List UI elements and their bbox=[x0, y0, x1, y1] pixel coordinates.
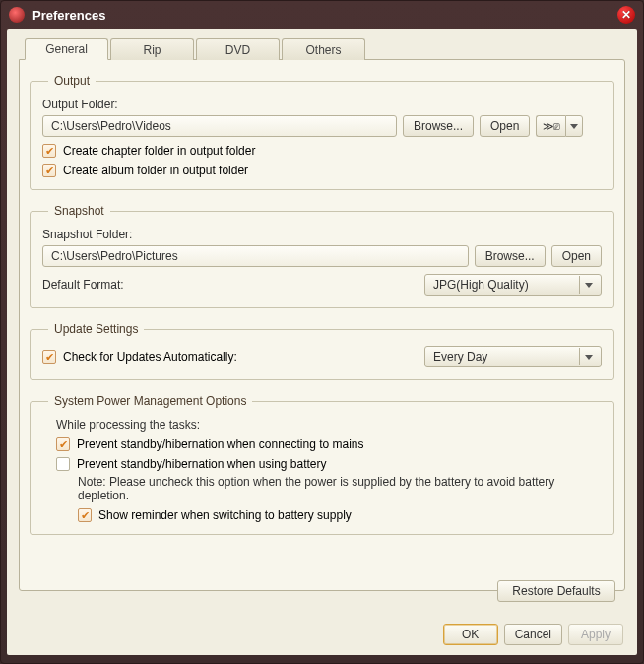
chk-prevent-standby-mains[interactable]: ✔ bbox=[56, 437, 70, 451]
app-icon bbox=[9, 7, 25, 23]
chevron-down-icon bbox=[585, 355, 593, 360]
output-legend: Output bbox=[48, 74, 96, 88]
tab-general[interactable]: General bbox=[25, 38, 108, 60]
dialog-footer: OK Cancel Apply bbox=[443, 624, 623, 645]
tab-rip[interactable]: Rip bbox=[110, 38, 194, 60]
group-update: Update Settings ✔ Check for Updates Auto… bbox=[30, 322, 614, 380]
close-icon[interactable]: ✕ bbox=[617, 6, 635, 24]
default-format-select[interactable]: JPG(High Quality) bbox=[424, 274, 602, 296]
chevron-down-icon bbox=[570, 124, 578, 129]
restore-defaults-button[interactable]: Restore Defaults bbox=[497, 580, 615, 602]
tab-panel-general: Output Output Folder: Browse... Open ≫⎚ bbox=[19, 59, 625, 591]
default-format-value: JPG(High Quality) bbox=[433, 278, 573, 292]
chk-check-updates[interactable]: ✔ bbox=[42, 350, 56, 364]
chk-create-album-folder-label: Create album folder in output folder bbox=[63, 164, 248, 177]
update-frequency-value: Every Day bbox=[433, 350, 573, 364]
titlebar[interactable]: Preferences ✕ bbox=[1, 1, 643, 29]
chevron-down-icon bbox=[585, 283, 593, 288]
snapshot-folder-label: Snapshot Folder: bbox=[42, 228, 602, 241]
save-dropdown-button[interactable] bbox=[565, 115, 583, 137]
chk-check-updates-label: Check for Updates Automatically: bbox=[63, 350, 237, 364]
ok-button[interactable]: OK bbox=[443, 624, 498, 645]
power-note: Note: Please uncheck this option when th… bbox=[78, 475, 602, 502]
chk-prevent-standby-mains-label: Prevent standby/hibernation when connect… bbox=[77, 437, 364, 451]
update-legend: Update Settings bbox=[48, 322, 144, 336]
chk-show-reminder[interactable]: ✔ bbox=[78, 508, 92, 522]
snapshot-legend: Snapshot bbox=[48, 204, 110, 218]
save-to-disk-button[interactable]: ≫⎚ bbox=[536, 115, 565, 137]
output-open-button[interactable]: Open bbox=[480, 115, 530, 137]
output-save-split-button: ≫⎚ bbox=[536, 115, 583, 137]
output-folder-input[interactable] bbox=[42, 115, 397, 137]
default-format-label: Default Format: bbox=[42, 278, 124, 292]
group-output: Output Output Folder: Browse... Open ≫⎚ bbox=[30, 74, 614, 190]
power-legend: System Power Management Options bbox=[48, 394, 252, 408]
output-browse-button[interactable]: Browse... bbox=[403, 115, 474, 137]
chk-show-reminder-label: Show reminder when switching to battery … bbox=[98, 508, 352, 522]
snapshot-open-button[interactable]: Open bbox=[551, 245, 602, 267]
chk-prevent-standby-battery-label: Prevent standby/hibernation when using b… bbox=[77, 457, 327, 471]
apply-button: Apply bbox=[568, 624, 623, 645]
tab-dvd[interactable]: DVD bbox=[196, 38, 280, 60]
chk-prevent-standby-battery[interactable]: ✔ bbox=[56, 457, 70, 471]
window-title: Preferences bbox=[32, 8, 617, 23]
cancel-button[interactable]: Cancel bbox=[504, 624, 562, 645]
group-power: System Power Management Options While pr… bbox=[30, 394, 614, 535]
snapshot-folder-input[interactable] bbox=[42, 245, 469, 267]
tab-bar: General Rip DVD Others bbox=[25, 38, 625, 60]
output-folder-label: Output Folder: bbox=[42, 98, 602, 111]
save-icon: ≫⎚ bbox=[543, 120, 559, 133]
group-snapshot: Snapshot Snapshot Folder: Browse... Open… bbox=[30, 204, 614, 308]
power-while-label: While processing the tasks: bbox=[56, 418, 602, 432]
tab-others[interactable]: Others bbox=[282, 38, 365, 60]
chk-create-album-folder[interactable]: ✔ bbox=[42, 164, 56, 177]
update-frequency-select[interactable]: Every Day bbox=[424, 346, 602, 367]
snapshot-browse-button[interactable]: Browse... bbox=[475, 245, 546, 267]
preferences-window: Preferences ✕ General Rip DVD Others Out… bbox=[0, 0, 644, 664]
chk-create-chapter-folder-label: Create chapter folder in output folder bbox=[63, 144, 255, 158]
chk-create-chapter-folder[interactable]: ✔ bbox=[42, 144, 56, 158]
